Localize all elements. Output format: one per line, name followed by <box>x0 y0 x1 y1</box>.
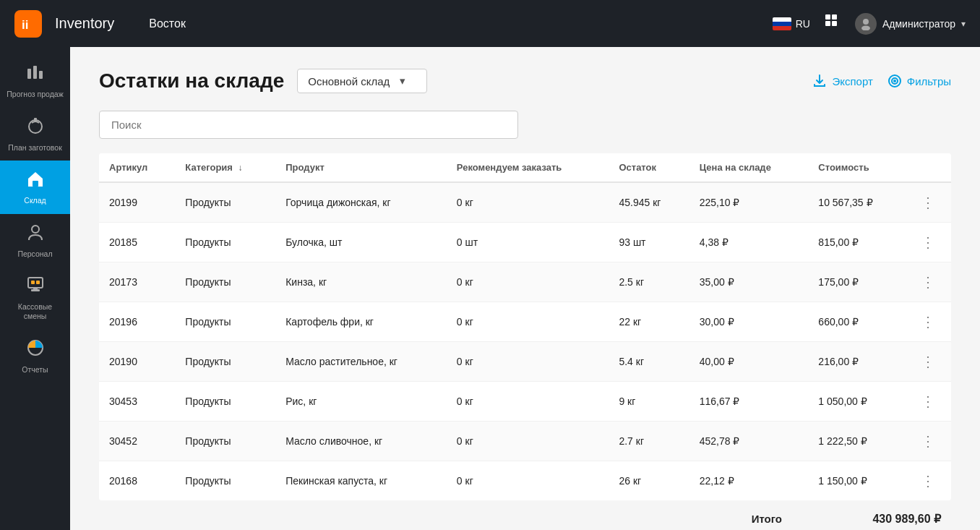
sidebar-item-warehouse-label: Склад <box>24 196 46 205</box>
row-menu-button[interactable]: ⋮ <box>915 471 941 491</box>
export-label: Экспорт <box>832 75 872 87</box>
cell-category: Продукты <box>175 262 275 302</box>
warehouse-dropdown[interactable]: Основной склад ▾ <box>297 69 427 93</box>
sidebar-item-prep[interactable]: План заготовок <box>0 108 70 161</box>
filters-button[interactable]: Фильтры <box>887 74 951 88</box>
apps-grid-icon[interactable] <box>825 14 841 34</box>
svg-rect-2 <box>825 14 830 20</box>
cell-product: Пекинская капуста, кг <box>275 461 447 501</box>
cell-article: 30452 <box>99 422 175 461</box>
language-selector[interactable]: RU <box>773 17 810 30</box>
sidebar-item-prep-label: План заготовок <box>8 143 62 153</box>
cell-product: Горчица дижонская, кг <box>275 182 447 223</box>
sidebar-item-reports[interactable]: Отчеты <box>0 330 70 383</box>
cell-stock: 2.7 кг <box>609 422 689 461</box>
row-menu-button[interactable]: ⋮ <box>915 192 941 213</box>
svg-point-14 <box>32 226 39 233</box>
cell-menu: ⋮ <box>905 461 951 501</box>
main-layout: Прогноз продаж План заготовок Склад <box>0 47 980 530</box>
sidebar-item-warehouse[interactable]: Склад <box>0 161 70 214</box>
row-menu-button[interactable]: ⋮ <box>915 232 941 252</box>
col-header-recommend: Рекомендуем заказать <box>447 153 609 182</box>
col-header-article: Артикул <box>99 153 175 182</box>
cell-cost: 1 150,00 ₽ <box>808 461 905 501</box>
row-menu-button[interactable]: ⋮ <box>915 351 941 372</box>
col-header-product: Продукт <box>275 153 447 182</box>
row-menu-button[interactable]: ⋮ <box>915 272 941 292</box>
sidebar-item-shifts[interactable]: Кассовые смены <box>0 267 70 329</box>
table-row: 30452 Продукты Масло сливочное, кг 0 кг … <box>99 422 951 461</box>
cell-price: 225,10 ₽ <box>689 182 809 223</box>
cell-product: Булочка, шт <box>275 223 447 262</box>
inventory-table: Артикул Категория ↓ Продукт Рекомендуем … <box>99 153 951 500</box>
cell-menu: ⋮ <box>905 342 951 382</box>
svg-rect-9 <box>33 66 37 79</box>
warehouse-select-label: Основной склад <box>308 75 390 87</box>
cell-price: 22,12 ₽ <box>689 461 809 501</box>
user-menu-chevron-icon: ▾ <box>961 19 966 29</box>
cell-recommend: 0 кг <box>447 461 609 501</box>
cell-recommend: 0 кг <box>447 382 609 422</box>
cell-stock: 9 кг <box>609 382 689 422</box>
svg-rect-10 <box>39 71 43 79</box>
cell-category: Продукты <box>175 182 275 223</box>
page-header: Остатки на складе Основной склад ▾ Экспо… <box>99 69 951 93</box>
cell-cost: 175,00 ₽ <box>808 262 905 302</box>
reports-icon <box>26 338 45 362</box>
page-title: Остатки на складе <box>99 69 284 93</box>
table-row: 30453 Продукты Рис, кг 0 кг 9 кг 116,67 … <box>99 382 951 422</box>
svg-rect-8 <box>27 69 31 79</box>
cell-cost: 660,00 ₽ <box>808 302 905 342</box>
cell-stock: 2.5 кг <box>609 262 689 302</box>
cell-product: Рис, кг <box>275 382 447 422</box>
cell-article: 20168 <box>99 461 175 501</box>
cell-article: 20185 <box>99 223 175 262</box>
svg-rect-19 <box>36 281 40 284</box>
logo[interactable]: ii <box>14 10 42 38</box>
col-header-price: Цена на складе <box>689 153 809 182</box>
cell-cost: 815,00 ₽ <box>808 223 905 262</box>
svg-point-7 <box>861 25 870 30</box>
export-button[interactable]: Экспорт <box>812 74 872 88</box>
cell-cost: 10 567,35 ₽ <box>808 182 905 223</box>
row-menu-button[interactable]: ⋮ <box>915 312 941 332</box>
row-menu-button[interactable]: ⋮ <box>915 391 941 411</box>
cell-cost: 1 222,50 ₽ <box>808 422 905 461</box>
svg-rect-4 <box>825 21 830 26</box>
sidebar-item-reports-label: Отчеты <box>22 365 48 375</box>
cell-stock: 5.4 кг <box>609 342 689 382</box>
flag-icon <box>773 17 791 30</box>
header-actions: Экспорт Фильтры <box>812 74 951 88</box>
sidebar-item-staff[interactable]: Персонал <box>0 214 70 268</box>
table-row: 20168 Продукты Пекинская капуста, кг 0 к… <box>99 461 951 501</box>
cell-article: 20190 <box>99 342 175 382</box>
sidebar-item-staff-label: Персонал <box>17 249 52 259</box>
user-name: Администратор <box>882 18 955 30</box>
sidebar-item-shifts-label: Кассовые смены <box>6 302 64 320</box>
col-header-category[interactable]: Категория ↓ <box>175 153 275 182</box>
cell-category: Продукты <box>175 461 275 501</box>
row-menu-button[interactable]: ⋮ <box>915 431 941 451</box>
warehouse-dropdown-chevron-icon: ▾ <box>400 74 405 87</box>
table-header-row: Артикул Категория ↓ Продукт Рекомендуем … <box>99 153 951 182</box>
cell-price: 452,78 ₽ <box>689 422 809 461</box>
cell-recommend: 0 кг <box>447 262 609 302</box>
cell-price: 40,00 ₽ <box>689 342 809 382</box>
user-avatar <box>855 13 877 35</box>
cell-product: Масло растительное, кг <box>275 342 447 382</box>
staff-icon <box>26 223 45 246</box>
cell-article: 30453 <box>99 382 175 422</box>
logo-icon: ii <box>14 10 42 38</box>
table-row: 20199 Продукты Горчица дижонская, кг 0 к… <box>99 182 951 223</box>
col-header-cost: Стоимость <box>808 153 905 182</box>
cell-stock: 93 шт <box>609 223 689 262</box>
cell-category: Продукты <box>175 342 275 382</box>
cell-stock: 26 кг <box>609 461 689 501</box>
sidebar-item-forecast[interactable]: Прогноз продаж <box>0 54 70 108</box>
cell-price: 116,67 ₽ <box>689 382 809 422</box>
svg-text:ii: ii <box>22 18 28 32</box>
col-header-actions <box>905 153 951 182</box>
cell-recommend: 0 кг <box>447 422 609 461</box>
user-menu[interactable]: Администратор ▾ <box>855 13 966 35</box>
search-input[interactable] <box>99 111 518 139</box>
